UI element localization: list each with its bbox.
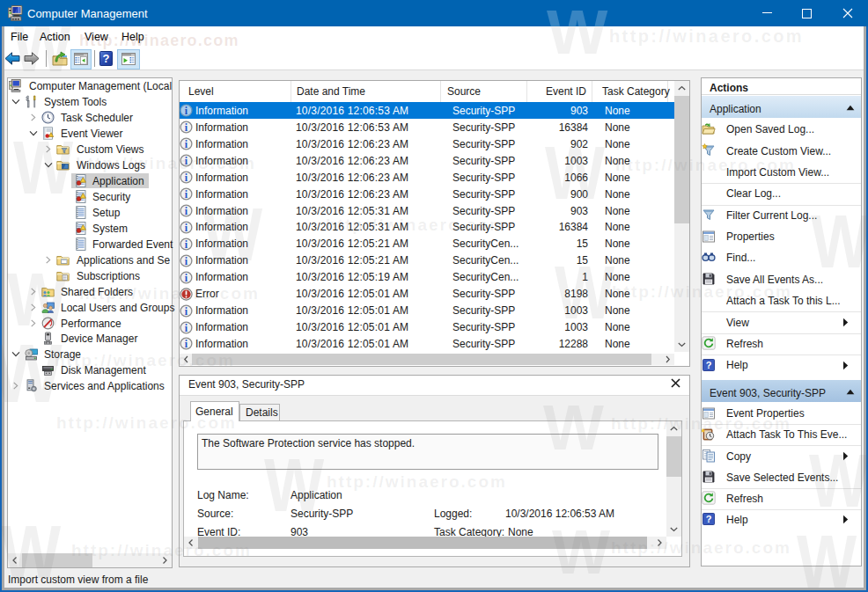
svg-text:?: ? (103, 52, 110, 65)
svg-text:?: ? (706, 514, 712, 524)
svg-text:?: ? (706, 360, 712, 370)
